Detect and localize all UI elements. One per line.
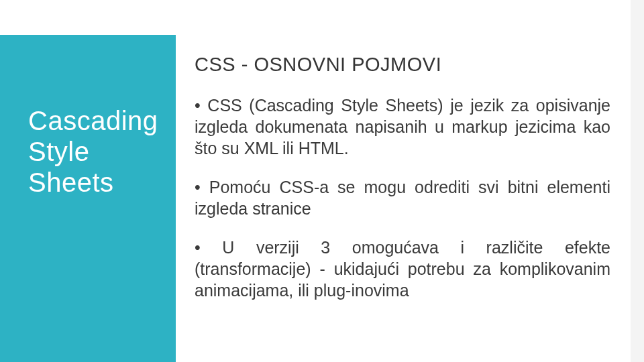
bullet-item: • Pomoću CSS-a se mogu odrediti svi bitn… [195, 176, 610, 219]
sidebar-title-line2: Style Sheets [28, 137, 114, 197]
sidebar-title: Cascading Style Sheets [12, 105, 164, 198]
right-strip [631, 0, 644, 362]
slide-heading: CSS - OSNOVNI POJMOVI [195, 54, 610, 76]
bullet-item: • CSS (Cascading Style Sheets) je jezik … [195, 95, 610, 159]
bullet-item: • U verziji 3 omogućava i različite efek… [195, 237, 610, 301]
sidebar-title-line1: Cascading [28, 106, 158, 135]
main-content: CSS - OSNOVNI POJMOVI • CSS (Cascading S… [176, 35, 631, 362]
slide: Cascading Style Sheets CSS - OSNOVNI POJ… [0, 0, 644, 362]
top-bar [0, 0, 644, 35]
sidebar: Cascading Style Sheets [0, 35, 176, 362]
